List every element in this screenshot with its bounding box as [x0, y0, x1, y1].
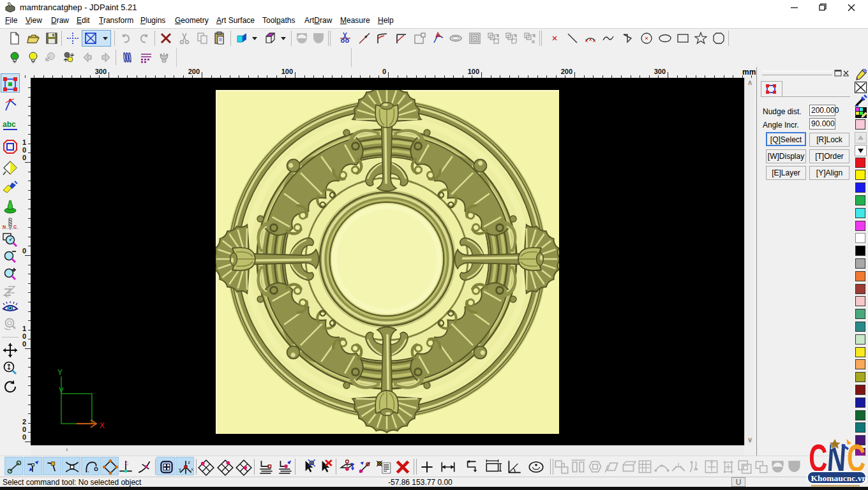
svg-text:Khomaucnc.vn: Khomaucnc.vn — [811, 473, 867, 483]
svg-text:Y: Y — [57, 368, 63, 377]
svg-text:x: x — [191, 467, 194, 471]
svg-text:abc: abc — [3, 120, 16, 129]
svg-text:X: X — [100, 421, 105, 430]
svg-text:z: z — [188, 459, 190, 465]
